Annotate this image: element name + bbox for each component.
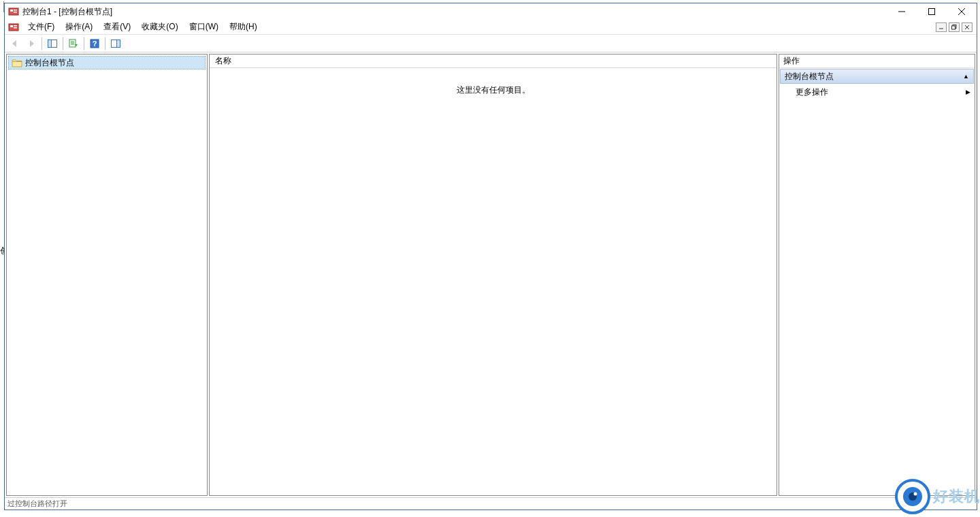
menu-favorites[interactable]: 收藏夹(O) bbox=[136, 20, 183, 34]
mdi-restore-button[interactable] bbox=[949, 22, 960, 32]
tree-root-node[interactable]: 控制台根节点 bbox=[8, 56, 206, 69]
minimize-button[interactable] bbox=[887, 3, 917, 20]
menu-file[interactable]: 文件(F) bbox=[22, 20, 60, 34]
toolbar-separator bbox=[105, 37, 105, 50]
svg-rect-7 bbox=[14, 25, 17, 27]
folder-icon bbox=[12, 59, 22, 67]
svg-rect-3 bbox=[14, 12, 17, 13]
actions-panel: 操作 控制台根节点 ▲ 更多操作 ▶ bbox=[779, 54, 975, 496]
mmc-window: 控制台1 - [控制台根节点] 文件(F) 操作(A) 查看(V) 收藏夹(O)… bbox=[4, 3, 977, 510]
show-hide-action-pane-button[interactable] bbox=[108, 36, 124, 51]
svg-text:?: ? bbox=[93, 40, 97, 48]
forward-button[interactable] bbox=[23, 36, 39, 51]
export-list-button[interactable] bbox=[65, 36, 82, 51]
svg-rect-12 bbox=[48, 40, 52, 47]
mmc-app-icon bbox=[8, 6, 19, 17]
toolbar-separator bbox=[84, 37, 84, 50]
work-area: 控制台根节点 名称 这里没有任何项目。 操作 控制台根节点 ▲ 更多操作 ▶ bbox=[5, 52, 977, 497]
menu-window[interactable]: 窗口(W) bbox=[184, 20, 224, 34]
empty-list-message: 这里没有任何项目。 bbox=[210, 68, 777, 495]
show-hide-tree-button[interactable] bbox=[44, 36, 61, 51]
toolbar-separator bbox=[42, 37, 42, 50]
svg-rect-2 bbox=[14, 10, 17, 11]
column-header-name-label: 名称 bbox=[215, 55, 231, 67]
more-actions-item[interactable]: 更多操作 ▶ bbox=[779, 84, 975, 99]
svg-rect-1 bbox=[10, 10, 13, 12]
result-list-panel[interactable]: 名称 这里没有任何项目。 bbox=[209, 54, 777, 496]
close-button[interactable] bbox=[947, 3, 977, 20]
svg-rect-4 bbox=[929, 9, 935, 15]
menu-help[interactable]: 帮助(H) bbox=[224, 20, 263, 34]
svg-rect-6 bbox=[10, 25, 13, 27]
submenu-arrow-icon: ▶ bbox=[966, 89, 970, 95]
status-text: 过控制台路径打开 bbox=[7, 499, 67, 509]
back-button[interactable] bbox=[7, 36, 23, 51]
svg-rect-10 bbox=[952, 26, 956, 29]
help-button[interactable]: ? bbox=[86, 36, 103, 51]
menu-action[interactable]: 操作(A) bbox=[60, 20, 98, 34]
status-bar: 过控制台路径打开 bbox=[5, 497, 977, 510]
maximize-button[interactable] bbox=[917, 3, 947, 20]
menu-bar: 文件(F) 操作(A) 查看(V) 收藏夹(O) 窗口(W) 帮助(H) bbox=[5, 20, 977, 35]
toolbar: ? bbox=[5, 35, 977, 52]
mdi-window-controls bbox=[936, 22, 974, 32]
console-tree-panel[interactable]: 控制台根节点 bbox=[6, 54, 208, 496]
toolbar-separator bbox=[63, 37, 63, 50]
collapse-arrow-icon: ▲ bbox=[963, 73, 969, 80]
mmc-doc-icon bbox=[8, 22, 19, 33]
svg-rect-8 bbox=[14, 27, 17, 29]
svg-rect-17 bbox=[117, 40, 120, 47]
actions-node-title[interactable]: 控制台根节点 ▲ bbox=[780, 69, 974, 84]
menu-view[interactable]: 查看(V) bbox=[98, 20, 136, 34]
mdi-close-button[interactable] bbox=[962, 22, 973, 32]
column-header-name[interactable]: 名称 bbox=[210, 54, 777, 68]
window-title: 控制台1 - [控制台根节点] bbox=[22, 6, 112, 18]
mdi-minimize-button[interactable] bbox=[936, 22, 947, 32]
actions-header: 操作 bbox=[779, 54, 975, 68]
tree-root-label: 控制台根节点 bbox=[25, 57, 74, 69]
title-bar[interactable]: 控制台1 - [控制台根节点] bbox=[5, 3, 977, 20]
